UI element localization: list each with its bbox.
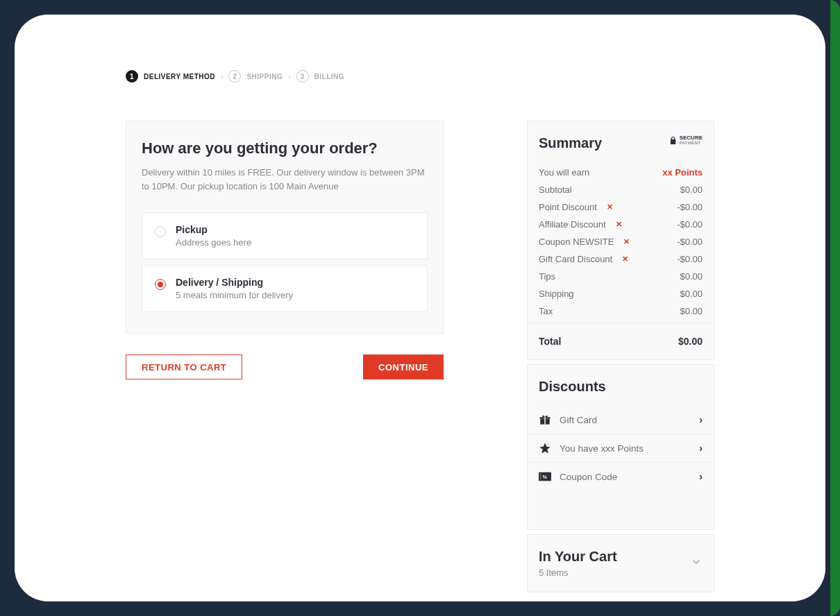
line-label: Gift Card Discount [539, 254, 612, 264]
content-row: How are you getting your order? Delivery… [126, 121, 714, 592]
step-billing[interactable]: 3 BILLING [296, 70, 345, 83]
summary-panel: Summary SECURE PAYMENT You will earn xx … [527, 121, 714, 360]
button-row: RETURN TO CART CONTINUE [126, 354, 444, 379]
option-delivery[interactable]: Delivery / Shipping 5 meals minimum for … [142, 265, 428, 312]
line-label: Shipping [539, 289, 574, 299]
star-icon [539, 442, 551, 454]
discount-row[interactable]: %Coupon Code› [528, 462, 714, 490]
panel-title: How are you getting your order? [142, 139, 428, 157]
gift-icon [539, 413, 551, 426]
step-number: 1 [126, 70, 138, 83]
discount-row[interactable]: Gift Card› [528, 406, 714, 434]
option-title: Pickup [176, 224, 251, 235]
line-label: Tax [539, 306, 553, 316]
line-value: $0.00 [680, 306, 703, 316]
option-subtitle: 5 meals minimum for delivery [176, 290, 293, 300]
line-label: Affiliate Discount [539, 219, 606, 230]
summary-line: Coupon NEWSITE✕-$0.00 [539, 233, 703, 250]
cart-panel[interactable]: In Your Cart 5 Items [527, 534, 714, 592]
line-value: -$0.00 [677, 219, 703, 230]
step-label: BILLING [314, 73, 345, 80]
coupon-icon: % [539, 470, 551, 483]
radio-selected-icon [155, 279, 166, 290]
line-label: Subtotal [539, 185, 572, 195]
step-label: DELIVERY METHOD [144, 73, 215, 80]
remove-x-icon[interactable]: ✕ [616, 220, 622, 229]
main-column: How are you getting your order? Delivery… [126, 121, 444, 379]
option-pickup[interactable]: Pickup Address goes here [142, 212, 428, 259]
secure-label-bottom: PAYMENT [680, 141, 703, 145]
sidebar-column: Summary SECURE PAYMENT You will earn xx … [527, 121, 714, 592]
discount-label: Coupon Code [560, 472, 617, 482]
summary-line: Subtotal$0.00 [539, 181, 703, 198]
line-label: Point Discount [539, 202, 597, 212]
summary-line: Tax$0.00 [539, 302, 703, 320]
step-label: SHIPPING [246, 73, 283, 80]
chevron-right-icon: › [221, 73, 223, 80]
secure-label-top: SECURE [680, 135, 703, 141]
line-label: You will earn [539, 167, 589, 178]
line-value: $0.00 [680, 289, 703, 299]
summary-line-earn: You will earn xx Points [539, 164, 703, 181]
summary-line: Shipping$0.00 [539, 285, 703, 302]
option-text: Pickup Address goes here [176, 224, 251, 248]
secure-payment-badge: SECURE PAYMENT [669, 135, 703, 145]
line-value: $0.00 [680, 185, 703, 195]
summary-line: Point Discount✕-$0.00 [539, 198, 703, 216]
discounts-panel: Discounts Gift Card›You have xxx Points›… [527, 364, 714, 530]
summary-title: Summary [539, 135, 602, 151]
summary-total-row: Total $0.00 [528, 323, 714, 359]
line-value: $0.00 [680, 271, 703, 282]
total-value: $0.00 [678, 336, 703, 347]
radio-unselected-icon [155, 226, 166, 237]
chevron-right-icon: › [288, 73, 290, 80]
summary-line: Affiliate Discount✕-$0.00 [539, 216, 703, 233]
option-subtitle: Address goes here [176, 237, 251, 248]
line-value: -$0.00 [677, 254, 703, 264]
checkout-card: 1 DELIVERY METHOD › 2 SHIPPING › 3 BILLI… [15, 15, 825, 601]
lock-icon [669, 136, 677, 145]
option-title: Delivery / Shipping [176, 277, 293, 288]
line-value: -$0.00 [677, 237, 703, 247]
line-label: Tips [539, 271, 555, 282]
chevron-right-icon: › [699, 443, 703, 454]
continue-button[interactable]: CONTINUE [363, 354, 444, 379]
discounts-title: Discounts [528, 379, 714, 395]
total-label: Total [539, 336, 561, 347]
discount-row[interactable]: You have xxx Points› [528, 434, 714, 462]
svg-text:%: % [542, 474, 547, 480]
step-delivery-method[interactable]: 1 DELIVERY METHOD [126, 70, 215, 83]
remove-x-icon[interactable]: ✕ [623, 237, 630, 246]
step-shipping[interactable]: 2 SHIPPING [228, 70, 283, 83]
chevron-right-icon: › [699, 414, 703, 425]
chevron-down-icon [690, 556, 703, 571]
return-to-cart-button[interactable]: RETURN TO CART [126, 354, 242, 379]
panel-description: Delivery within 10 miles is FREE. Our de… [142, 166, 428, 193]
svg-rect-2 [544, 417, 546, 425]
discount-label: Gift Card [560, 415, 597, 425]
line-value: -$0.00 [677, 202, 703, 212]
line-value-points: xx Points [662, 167, 703, 178]
remove-x-icon[interactable]: ✕ [622, 255, 628, 264]
remove-x-icon[interactable]: ✕ [607, 203, 613, 212]
discount-label: You have xxx Points [560, 443, 644, 454]
line-label: Coupon NEWSITE [539, 237, 614, 247]
step-number: 3 [296, 70, 309, 83]
delivery-method-panel: How are you getting your order? Delivery… [126, 121, 444, 334]
option-text: Delivery / Shipping 5 meals minimum for … [176, 277, 293, 300]
background-edge [830, 0, 840, 616]
summary-line: Tips$0.00 [539, 268, 703, 285]
summary-line: Gift Card Discount✕-$0.00 [539, 250, 703, 268]
cart-item-count: 5 Items [539, 567, 617, 578]
chevron-right-icon: › [699, 471, 703, 482]
checkout-steps: 1 DELIVERY METHOD › 2 SHIPPING › 3 BILLI… [126, 70, 714, 83]
cart-title: In Your Cart [539, 549, 617, 565]
step-number: 2 [228, 70, 241, 83]
